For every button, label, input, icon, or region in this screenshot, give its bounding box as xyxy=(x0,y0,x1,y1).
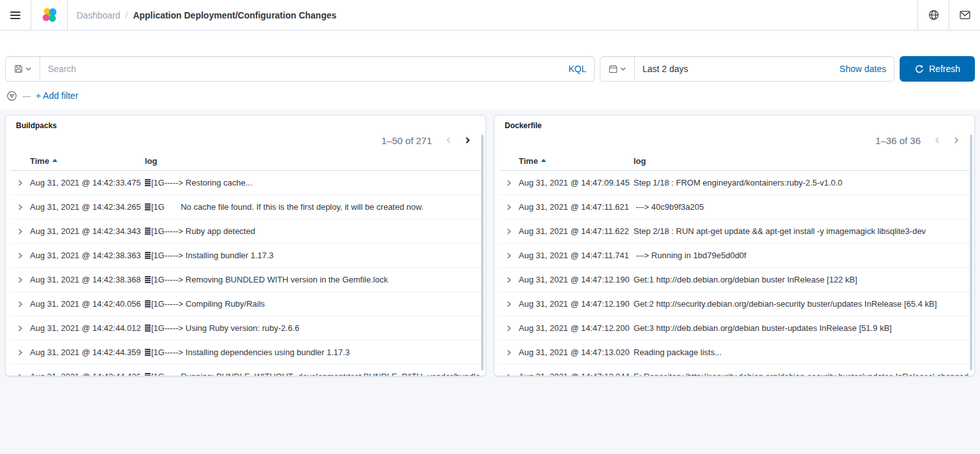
expand-row-button[interactable] xyxy=(503,201,516,214)
table-row: Aug 31, 2021 @ 14:42:34.343 [1G-----> Ru… xyxy=(11,219,480,244)
expand-row-button[interactable] xyxy=(14,322,27,335)
log-table: Time log Aug 31, 2021 @ 14:42:33.475 xyxy=(6,152,486,376)
previous-page-button[interactable] xyxy=(928,131,946,149)
time-column-label: Time xyxy=(519,156,538,166)
chevron-right-icon xyxy=(464,136,471,144)
expand-row-button[interactable] xyxy=(503,274,516,286)
elastic-logo[interactable] xyxy=(31,0,67,30)
expand-row-button[interactable] xyxy=(14,177,27,189)
row-log: [1G-----> Compiling Ruby/Rails xyxy=(145,299,480,309)
column-header-time[interactable]: Time xyxy=(519,156,634,166)
date-range-value[interactable]: Last 2 days xyxy=(635,57,832,81)
chevron-right-icon xyxy=(506,374,512,377)
row-time: Aug 31, 2021 @ 14:42:34.343 xyxy=(30,226,145,236)
row-log: Step 2/18 : RUN apt-get update && apt-ge… xyxy=(634,226,969,236)
table-row: Aug 31, 2021 @ 14:42:44.436 [1G Running:… xyxy=(11,365,480,376)
row-log: Get:2 http://security.debian.org/debian-… xyxy=(634,299,969,309)
panel-title[interactable]: Buildpacks xyxy=(6,115,486,130)
next-page-button[interactable] xyxy=(947,131,965,149)
chevron-right-icon xyxy=(506,325,512,332)
table-row: Aug 31, 2021 @ 14:47:12.200 Get:3 http:/… xyxy=(500,316,969,340)
expand-row-button[interactable] xyxy=(14,370,27,377)
expand-row-button[interactable] xyxy=(503,249,516,262)
globe-icon-glyph xyxy=(928,10,939,20)
vertical-scrollbar[interactable] xyxy=(481,135,484,370)
row-log-text: [1G Running: BUNDLE_WITHOUT=development:… xyxy=(151,372,480,376)
expand-row-button[interactable] xyxy=(14,346,27,359)
row-time: Aug 31, 2021 @ 14:47:13.044 xyxy=(519,372,634,376)
table-header: Time log xyxy=(11,152,480,171)
chevron-right-icon xyxy=(17,204,24,210)
ansi-escape-icon xyxy=(145,179,151,186)
mail-icon[interactable] xyxy=(949,0,980,30)
row-time: Aug 31, 2021 @ 14:42:40.056 xyxy=(30,299,145,309)
table-header: Time log xyxy=(500,152,969,171)
table-row: Aug 31, 2021 @ 14:47:09.145 Step 1/18 : … xyxy=(500,171,969,195)
expand-row-button[interactable] xyxy=(503,370,516,377)
expand-row-button[interactable] xyxy=(14,201,27,214)
table-row: Aug 31, 2021 @ 14:42:44.012 [1G-----> Us… xyxy=(11,316,480,340)
previous-page-button[interactable] xyxy=(440,131,457,149)
query-language-button[interactable]: KQL xyxy=(561,57,594,81)
panel-title[interactable]: Dockerfile xyxy=(494,115,974,130)
chevron-right-icon xyxy=(17,325,24,332)
date-picker-control: Last 2 days Show dates xyxy=(600,56,895,82)
menu-icon[interactable] xyxy=(0,0,31,30)
expand-row-button[interactable] xyxy=(503,322,516,335)
row-time: Aug 31, 2021 @ 14:42:38.368 xyxy=(30,275,145,284)
table-row: Aug 31, 2021 @ 14:42:38.363 [1G-----> In… xyxy=(11,244,480,268)
expand-row-button[interactable] xyxy=(503,298,516,311)
ansi-escape-icon xyxy=(145,203,151,210)
table-row: Aug 31, 2021 @ 14:47:13.044 E: Repositor… xyxy=(500,365,969,376)
expand-row-button[interactable] xyxy=(14,274,27,286)
row-time: Aug 31, 2021 @ 14:42:33.475 xyxy=(30,178,145,187)
row-log: [1G-----> Using Ruby version: ruby-2.6.6 xyxy=(145,323,480,333)
panel-dockerfile: Dockerfile 1–36 of 36 Time log xyxy=(494,115,975,376)
expand-row-button[interactable] xyxy=(14,249,27,262)
ansi-escape-icon xyxy=(145,276,151,283)
save-icon xyxy=(14,64,23,73)
calendar-button[interactable] xyxy=(600,57,635,81)
row-log-text: Get:1 http://deb.debian.org/debian buste… xyxy=(634,275,858,284)
row-time: Aug 31, 2021 @ 14:47:13.020 xyxy=(519,348,634,357)
vertical-scrollbar[interactable] xyxy=(970,135,972,370)
filter-dash: — xyxy=(22,91,31,101)
table-row: Aug 31, 2021 @ 14:42:40.056 [1G-----> Co… xyxy=(11,292,480,316)
chevron-right-icon xyxy=(506,180,512,186)
row-log-text: Step 1/18 : FROM engineyard/kontainers:r… xyxy=(634,178,842,187)
row-log: Step 1/18 : FROM engineyard/kontainers:r… xyxy=(634,178,969,187)
show-dates-button[interactable]: Show dates xyxy=(832,57,894,81)
row-time: Aug 31, 2021 @ 14:47:11.621 xyxy=(519,202,634,212)
row-time: Aug 31, 2021 @ 14:47:11.622 xyxy=(519,226,634,236)
row-log: Reading package lists... xyxy=(634,348,969,357)
ansi-escape-icon xyxy=(145,228,151,235)
expand-row-button[interactable] xyxy=(14,298,27,311)
saved-query-button[interactable] xyxy=(6,57,40,81)
elastic-logo-icon xyxy=(41,7,57,23)
column-header-time[interactable]: Time xyxy=(30,156,145,166)
row-time: Aug 31, 2021 @ 14:47:09.145 xyxy=(519,178,634,187)
ansi-escape-icon xyxy=(145,252,151,259)
expand-row-button[interactable] xyxy=(503,177,516,189)
row-log: [1G-----> Ruby app detected xyxy=(145,226,480,236)
refresh-icon xyxy=(914,64,924,74)
expand-row-button[interactable] xyxy=(14,225,27,238)
row-time: Aug 31, 2021 @ 14:42:44.436 xyxy=(30,372,145,376)
next-page-button[interactable] xyxy=(459,131,477,149)
globe-icon[interactable] xyxy=(918,0,949,30)
app-header: Dashboard / Application Deployment/Confi… xyxy=(0,0,980,31)
pagination-range: 1–50 of 271 xyxy=(382,135,432,146)
sort-ascending-icon xyxy=(541,159,546,162)
ansi-escape-icon xyxy=(145,325,151,332)
filter-icon[interactable] xyxy=(6,91,17,101)
refresh-button[interactable]: Refresh xyxy=(900,56,975,82)
add-filter-link[interactable]: + Add filter xyxy=(36,91,78,101)
breadcrumb-dashboard[interactable]: Dashboard xyxy=(77,10,121,20)
page-title: Application Deployment/Configuration Cha… xyxy=(133,10,336,20)
row-time: Aug 31, 2021 @ 14:47:12.190 xyxy=(519,299,634,309)
table-body: Aug 31, 2021 @ 14:42:33.475 [1G-----> Re… xyxy=(11,171,480,376)
query-bar: KQL Last 2 days Show dates Refresh xyxy=(0,56,980,82)
expand-row-button[interactable] xyxy=(503,225,516,238)
search-input[interactable] xyxy=(40,57,561,81)
expand-row-button[interactable] xyxy=(503,346,516,359)
